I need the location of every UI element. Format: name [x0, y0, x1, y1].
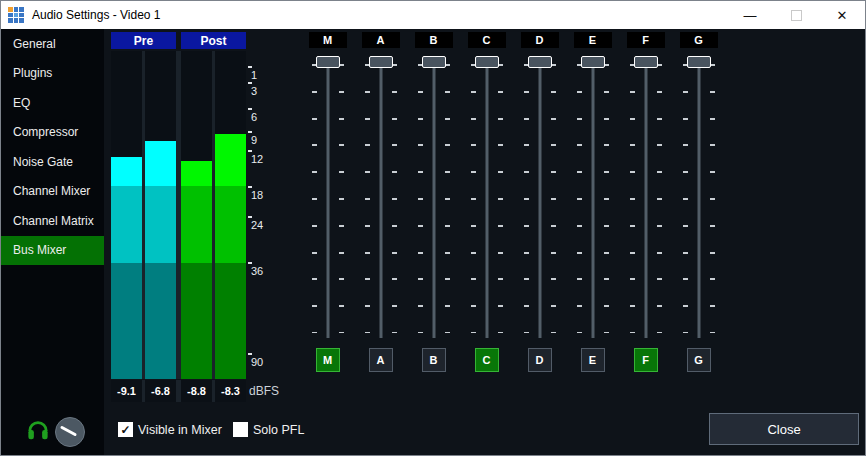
meter-bars-area: [111, 51, 246, 379]
post-meter-bar-right: [215, 51, 246, 379]
fader-strip-f: F F: [619, 32, 672, 373]
scale-label: 9: [251, 134, 257, 146]
fader-tick-marks: [577, 64, 582, 333]
fader-label: D: [521, 32, 559, 48]
pre-left-db-value: -9.1: [111, 380, 142, 402]
sidebar-item-bus-mixer[interactable]: Bus Mixer: [1, 236, 104, 266]
post-meter-bar-left: [181, 51, 212, 379]
sidebar-item-general[interactable]: General: [1, 29, 104, 59]
fader-strip-b: B B: [407, 32, 460, 373]
fader-strip-a: A A: [354, 32, 407, 373]
pre-meter-bar-left: [111, 51, 142, 379]
fader-handle[interactable]: [528, 56, 552, 68]
fader-track[interactable]: [644, 62, 647, 338]
bus-button-e[interactable]: E: [581, 348, 605, 372]
fader-tick-marks: [471, 64, 476, 333]
fader-label: A: [362, 32, 400, 48]
fader-label: G: [680, 32, 718, 48]
fader-tick-marks: [630, 64, 635, 333]
visible-in-mixer-checkbox[interactable]: ✓: [118, 422, 133, 437]
sidebar-item-channel-mixer[interactable]: Channel Mixer: [1, 177, 104, 207]
post-left-db-value: -8.8: [181, 380, 212, 402]
scale-label: 6: [251, 111, 257, 123]
fader-handle[interactable]: [369, 56, 393, 68]
fader-label: C: [468, 32, 506, 48]
scale-label: 12: [251, 153, 263, 165]
minimize-icon: —: [744, 8, 757, 23]
fader-strip-g: G G: [672, 32, 725, 373]
scale-label: 90: [251, 356, 263, 368]
fader-track[interactable]: [326, 62, 329, 338]
fader-tick-marks: [524, 64, 529, 333]
fader-tick-marks: [683, 64, 688, 333]
scale-label: 18: [251, 189, 263, 201]
window-title: Audio Settings - Video 1: [32, 8, 161, 22]
fader-tick-marks: [657, 64, 662, 333]
level-meters: Pre Post -9.1 -6.8 -8.8 -8.3: [111, 32, 246, 402]
fader-track[interactable]: [697, 62, 700, 338]
fader-tick-marks: [604, 64, 609, 333]
fader-track[interactable]: [591, 62, 594, 338]
close-button[interactable]: Close: [709, 413, 859, 445]
maximize-button[interactable]: [773, 1, 819, 29]
solo-pfl-label: Solo PFL: [253, 423, 304, 437]
bus-button-b[interactable]: B: [422, 348, 446, 372]
maximize-icon: [791, 10, 802, 21]
bus-button-a[interactable]: A: [369, 348, 393, 372]
visible-in-mixer-label: Visible in Mixer: [138, 423, 222, 437]
fader-handle[interactable]: [475, 56, 499, 68]
scale-label: 24: [251, 219, 263, 231]
bus-button-c[interactable]: C: [475, 348, 499, 372]
fader-tick-marks: [365, 64, 370, 333]
sidebar-item-compressor[interactable]: Compressor: [1, 118, 104, 148]
check-icon: ✓: [120, 423, 130, 437]
fader-handle[interactable]: [422, 56, 446, 68]
fader-tick-marks: [498, 64, 503, 333]
bus-button-m[interactable]: M: [316, 348, 340, 372]
scale-label: 1: [251, 69, 257, 81]
headphones-icon[interactable]: [27, 418, 49, 442]
pre-meter-bar-right: [145, 51, 176, 379]
fader-track[interactable]: [379, 62, 382, 338]
post-right-db-value: -8.3: [215, 380, 246, 402]
fader-strip-c: C C: [460, 32, 513, 373]
scale-label: 3: [251, 85, 257, 97]
fader-label: B: [415, 32, 453, 48]
sidebar-item-plugins[interactable]: Plugins: [1, 59, 104, 89]
audio-settings-dialog: Audio Settings - Video 1 — ✕ General Plu…: [0, 0, 866, 456]
fader-track[interactable]: [432, 62, 435, 338]
fader-track[interactable]: [538, 62, 541, 338]
pre-meter-header: Pre: [111, 32, 176, 49]
fader-strip-m: M M: [301, 32, 354, 373]
fader-label: M: [309, 32, 347, 48]
fader-label: F: [627, 32, 665, 48]
bus-button-g[interactable]: G: [687, 348, 711, 372]
meter-value-row: -9.1 -6.8 -8.8 -8.3: [111, 380, 246, 402]
fader-label: E: [574, 32, 612, 48]
minimize-button[interactable]: —: [727, 1, 773, 29]
sidebar-item-eq[interactable]: EQ: [1, 88, 104, 118]
bus-button-d[interactable]: D: [528, 348, 552, 372]
solo-pfl-checkbox[interactable]: [233, 422, 248, 437]
fader-tick-marks: [339, 64, 344, 333]
bus-button-f[interactable]: F: [634, 348, 658, 372]
pre-right-db-value: -6.8: [145, 380, 176, 402]
titlebar: Audio Settings - Video 1 — ✕: [1, 1, 865, 29]
app-icon: [8, 7, 24, 23]
fader-handle[interactable]: [634, 56, 658, 68]
close-window-button[interactable]: ✕: [819, 1, 865, 29]
scale-label: 36: [251, 265, 263, 277]
fader-handle[interactable]: [581, 56, 605, 68]
fader-handle[interactable]: [687, 56, 711, 68]
fader-tick-marks: [551, 64, 556, 333]
fader-tick-marks: [445, 64, 450, 333]
sidebar-item-noise-gate[interactable]: Noise Gate: [1, 147, 104, 177]
fader-track[interactable]: [485, 62, 488, 338]
sidebar-item-channel-matrix[interactable]: Channel Matrix: [1, 206, 104, 236]
dbfs-unit-label: dBFS: [249, 384, 279, 398]
post-meter-header: Post: [181, 32, 246, 49]
fader-tick-marks: [710, 64, 715, 333]
fader-handle[interactable]: [316, 56, 340, 68]
headphone-volume-knob[interactable]: [55, 417, 85, 447]
fader-tick-marks: [312, 64, 317, 333]
